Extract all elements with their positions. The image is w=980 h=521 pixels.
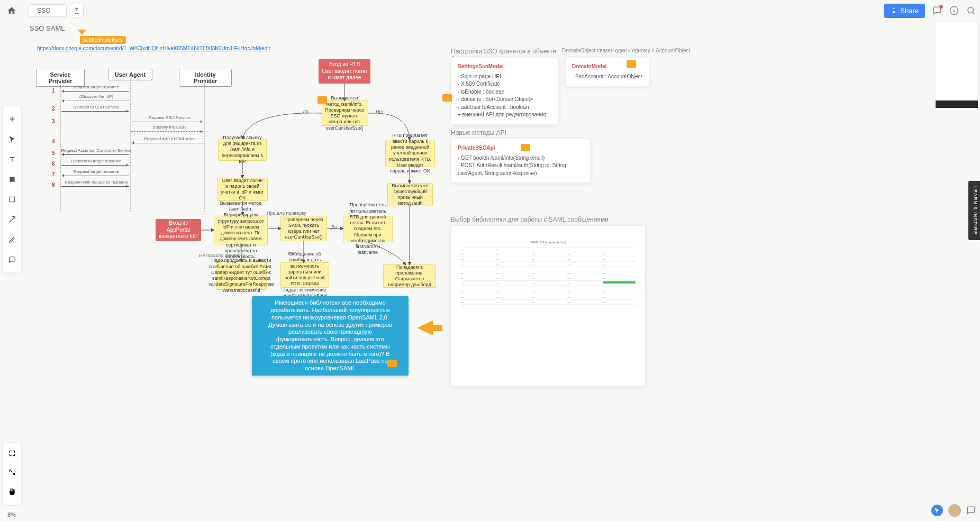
comments-icon[interactable] xyxy=(932,6,942,15)
search-icon[interactable] xyxy=(966,6,976,15)
diagram-title: SSO SAML xyxy=(30,24,65,32)
card-domain[interactable]: DomainModel - SsoAccount : AccountObject xyxy=(565,57,650,86)
card-settings-title: SettingsSsoModel xyxy=(458,63,552,71)
node-app-portal[interactable]: Вход из AppPortal конкретного IdP xyxy=(156,219,201,241)
seq-num-4: 4 xyxy=(52,139,55,144)
comment-icon[interactable] xyxy=(627,60,636,68)
hand-tool[interactable] xyxy=(8,488,16,498)
label-passed: Прошло проверку xyxy=(267,211,306,216)
fullscreen-tool[interactable] xyxy=(8,469,16,478)
board-title-input[interactable]: SSO xyxy=(29,4,67,17)
cl: - domains : Set<DomainObject> xyxy=(458,96,552,104)
node-blue-note[interactable]: Имеющиеся библиотеки все необходимо дора… xyxy=(252,296,409,376)
board-canvas[interactable]: SSO SAML subbotin aleksey https://docs.g… xyxy=(28,21,980,521)
zoom-level[interactable]: 8% xyxy=(7,511,16,518)
sticky-tool[interactable] xyxy=(7,174,17,185)
lane-idp: Identity Provider xyxy=(179,69,232,87)
text-tool[interactable] xyxy=(7,154,17,164)
info-icon[interactable] xyxy=(949,6,959,15)
node-check-user[interactable]: Проверяем через SAML пускать юзера или н… xyxy=(280,216,327,241)
sheet-title: SAML 2.0 libraries (short) xyxy=(461,241,636,244)
node-redirect[interactable]: Получаем ссылку для редиректа из /saml/i… xyxy=(218,139,267,161)
cl: - GET boolen /saml/info(String email) xyxy=(458,154,584,162)
lane-ua: User Agent xyxy=(108,69,152,80)
seq-l6: Redirect to target resource xyxy=(59,159,133,163)
seq-l1: Request target resource xyxy=(59,85,133,89)
seq-num-2: 2 xyxy=(52,106,55,112)
node-saml-info[interactable]: Вызывается метод /saml/info. Проверяем ч… xyxy=(321,100,368,126)
svg-rect-2 xyxy=(10,177,14,181)
arrow-tool[interactable] xyxy=(7,214,17,225)
remote-cursor-icon xyxy=(78,30,86,35)
seq-l2: Redirect to SSO Service xyxy=(59,105,133,109)
share-label: Share xyxy=(900,7,919,15)
seq-l3b: (Identify the user) xyxy=(132,125,206,130)
label-yes-2: Да xyxy=(331,224,337,230)
node-err-verify[interactable]: Надо продумать и вывести сообщение об ош… xyxy=(216,261,267,290)
home-button[interactable] xyxy=(4,3,19,18)
add-tool[interactable] xyxy=(7,114,17,124)
cl: - Sign-in page URL xyxy=(458,73,552,81)
seq-num-8: 8 xyxy=(52,182,55,188)
comment-icon[interactable] xyxy=(442,94,452,102)
comment-tool[interactable] xyxy=(7,254,17,265)
seq-l8: Respond with requested resource xyxy=(59,180,133,185)
node-user-creds[interactable]: User вводит логин и пароль своей учетки … xyxy=(217,178,268,201)
cl: - isEnable : boolean xyxy=(458,88,552,96)
cl: + внешний API для редактирования xyxy=(458,111,552,119)
shape-tool[interactable] xyxy=(7,194,17,205)
node-check-rtb[interactable]: Проверяем есть ли пользователь RTB для д… xyxy=(343,216,393,242)
comment-icon[interactable] xyxy=(387,360,397,367)
section-domain: DomainObject связан один к одному с Acco… xyxy=(562,48,700,53)
seq-num-5: 5 xyxy=(52,150,55,156)
node-rtb-prompt[interactable]: RTB предлагает ввести пароль к ранее вве… xyxy=(385,140,435,167)
seq-num-6: 6 xyxy=(52,161,55,167)
select-tool[interactable] xyxy=(7,134,17,144)
seq-l4: Respond with XHTML form xyxy=(132,136,206,141)
node-saml-auth[interactable]: Вызывается метод /saml/auth. Верифицируе… xyxy=(214,215,268,245)
frame-tool[interactable] xyxy=(8,450,16,459)
seq-l5: Request Assertion Consumer Service xyxy=(59,148,133,153)
label-yes-1: Да xyxy=(303,109,308,114)
comment-icon[interactable] xyxy=(521,144,530,151)
seq-l3: Request SSO Service xyxy=(132,115,206,120)
pen-tool[interactable] xyxy=(7,234,17,245)
comment-icon[interactable] xyxy=(317,96,327,104)
svg-point-1 xyxy=(968,7,974,13)
node-err-register[interactable]: Сообщение об ошибке и дать возможность з… xyxy=(280,262,329,288)
seq-num-3: 3 xyxy=(52,118,55,124)
thick-arrow-icon xyxy=(417,321,433,335)
share-button[interactable]: Share xyxy=(884,4,925,18)
svg-rect-3 xyxy=(10,197,14,202)
section-lib: Выбор библиотеки для работы с SAML сообщ… xyxy=(451,216,609,223)
cl: - X.509 Certificate xyxy=(458,80,552,88)
spreadsheet-image[interactable]: SAML 2.0 libraries (short) ————— ————— —… xyxy=(451,225,646,386)
seq-l7: Request target resource xyxy=(59,169,133,174)
card-settings[interactable]: SettingsSsoModel - Sign-in page URL - X.… xyxy=(451,57,559,125)
node-dashboard[interactable]: Попадаем в приложение. Открывается напри… xyxy=(383,264,436,288)
seq-l1b: (Discover the IdP) xyxy=(59,94,133,99)
remote-cursor-label: subbotin aleksey xyxy=(80,36,126,44)
doc-link[interactable]: https://docs.google.com/document/d/1_W0C… xyxy=(37,45,270,51)
node-rtb-entry[interactable]: Вход из RTB User вводит логин и жмет дал… xyxy=(319,59,370,84)
section-api: Новые методы API xyxy=(451,129,506,136)
export-button[interactable] xyxy=(70,4,84,17)
seq-num-7: 7 xyxy=(52,171,55,177)
seq-num-1: 1 xyxy=(52,88,55,94)
cl: - POST AuthResult /saml/auth(String ip, … xyxy=(458,162,584,177)
label-no-1: Нет xyxy=(376,109,384,114)
node-existing-auth[interactable]: Вызывается уже существующий привычный ме… xyxy=(387,183,433,206)
cl: - SsoAccount : AccountObject xyxy=(572,73,643,81)
tool-rail xyxy=(3,106,22,273)
view-rail xyxy=(3,443,22,505)
cl: - addUserToAccount : boolean xyxy=(458,104,552,112)
